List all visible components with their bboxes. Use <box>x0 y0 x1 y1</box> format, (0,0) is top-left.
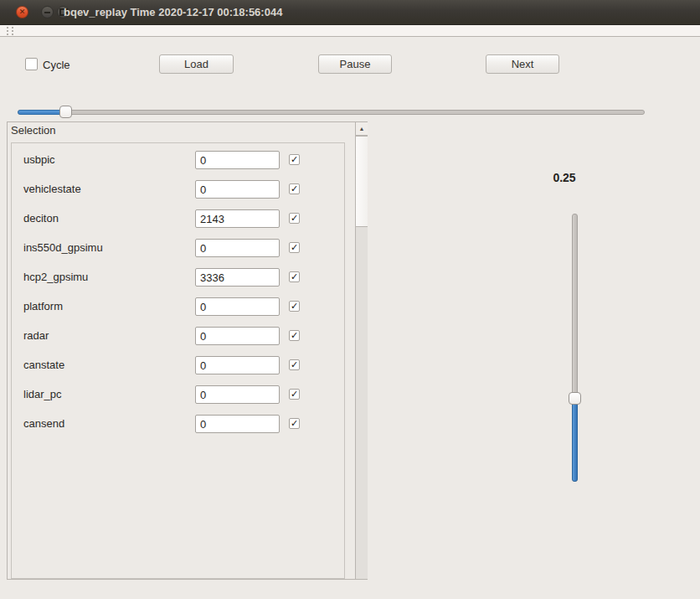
selection-scrollbar[interactable]: ▲ <box>355 122 368 579</box>
load-button[interactable]: Load <box>159 54 234 74</box>
selection-row: radar ✓ <box>12 327 344 345</box>
row-label: vehiclestate <box>23 183 81 195</box>
row-value-input[interactable] <box>195 209 280 228</box>
cycle-label: Cycle <box>43 59 70 71</box>
minimize-glyph <box>44 12 50 13</box>
row-value-input[interactable] <box>195 268 280 287</box>
row-label: usbpic <box>23 153 55 166</box>
row-value-input[interactable] <box>195 297 280 316</box>
next-button[interactable]: Next <box>486 54 559 74</box>
titlebar: ✕ bqev_replay Time 2020-12-17 00:18:56:0… <box>0 0 700 25</box>
row-value-input[interactable] <box>195 356 280 374</box>
pause-button[interactable]: Pause <box>318 54 392 74</box>
row-checkbox[interactable]: ✓ <box>289 271 300 282</box>
timeline-slider-handle[interactable] <box>59 106 72 118</box>
row-checkbox[interactable]: ✓ <box>289 301 300 312</box>
row-label: radar <box>23 329 49 342</box>
row-value-input[interactable] <box>195 327 280 345</box>
scroll-up-glyph: ▲ <box>359 126 365 132</box>
row-checkbox[interactable]: ✓ <box>289 213 300 224</box>
close-glyph: ✕ <box>19 8 26 16</box>
row-label: lidar_pc <box>23 388 62 400</box>
selection-row: vehiclestate ✓ <box>12 180 344 199</box>
window-title: bqev_replay Time 2020-12-17 00:18:56:044 <box>64 0 282 25</box>
selection-row: ins550d_gpsimu ✓ <box>12 239 344 257</box>
close-icon[interactable]: ✕ <box>16 6 28 18</box>
selection-title: Selection <box>11 124 55 137</box>
selection-list: usbpic ✓ vehiclestate ✓ deciton ✓ ins550… <box>11 142 345 579</box>
scrollbar-up-icon[interactable]: ▲ <box>356 122 368 136</box>
toolbar-grip-icon[interactable] <box>7 27 13 35</box>
speed-slider-handle[interactable] <box>569 392 581 405</box>
selection-row: deciton ✓ <box>12 209 344 228</box>
selection-row: canstate ✓ <box>12 356 344 374</box>
row-checkbox[interactable]: ✓ <box>289 154 300 165</box>
row-label: canstate <box>23 359 64 371</box>
row-checkbox[interactable]: ✓ <box>289 359 300 370</box>
cycle-checkbox[interactable] <box>25 58 38 70</box>
row-checkbox[interactable]: ✓ <box>289 389 300 400</box>
row-checkbox[interactable]: ✓ <box>289 418 300 429</box>
row-checkbox[interactable]: ✓ <box>289 183 300 194</box>
row-value-input[interactable] <box>195 180 280 199</box>
minimize-icon[interactable] <box>41 6 54 18</box>
selection-row: cansend ✓ <box>12 415 344 433</box>
selection-row: usbpic ✓ <box>12 151 344 169</box>
timeline-slider-track[interactable] <box>18 110 645 115</box>
row-value-input[interactable] <box>195 415 280 433</box>
row-checkbox[interactable]: ✓ <box>289 330 300 341</box>
selection-row: platform ✓ <box>12 297 344 316</box>
speed-value-label: 0.25 <box>539 171 589 184</box>
row-label: hcp2_gpsimu <box>23 271 88 283</box>
row-label: platform <box>23 300 63 312</box>
selection-row: hcp2_gpsimu ✓ <box>12 268 344 287</box>
row-label: deciton <box>23 212 59 225</box>
row-checkbox[interactable]: ✓ <box>289 242 300 253</box>
toolbar-strip <box>0 25 700 37</box>
row-value-input[interactable] <box>195 151 280 169</box>
row-label: ins550d_gpsimu <box>23 241 103 254</box>
speed-slider-fill <box>572 401 578 482</box>
row-label: cansend <box>23 417 64 430</box>
scrollbar-thumb[interactable] <box>356 136 368 227</box>
selection-row: lidar_pc ✓ <box>12 385 344 404</box>
row-value-input[interactable] <box>195 385 280 404</box>
row-value-input[interactable] <box>195 239 280 257</box>
